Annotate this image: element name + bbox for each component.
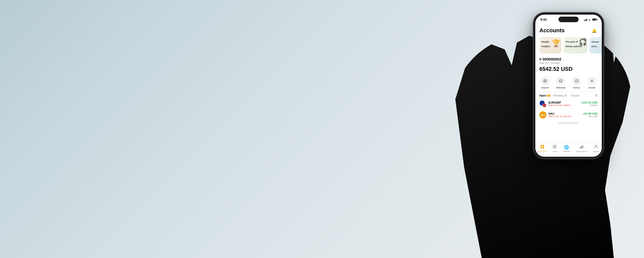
- trade-detail-xau: Sell 0.1 lot at 2043.447: [548, 115, 572, 118]
- trade-price-eurgbp: 0.85420: [589, 104, 598, 107]
- details-label: Details: [588, 86, 595, 89]
- trade-pnl-eurgbp: +241.42 USD: [581, 101, 598, 104]
- trade-right-xau: +20.48 USD 2041.399: [583, 112, 598, 118]
- trade-pair-eurgbp: EUR/GBP: [548, 101, 570, 104]
- trade-detail-eurgbp: Sell 0.5 lot at 0.85800: [548, 104, 570, 107]
- nav-accounts[interactable]: Accounts: [538, 144, 546, 153]
- account-balance: 6542.52 USD: [539, 66, 598, 72]
- page-title: Accounts: [539, 27, 565, 34]
- partner-perk-card[interactable]: The perk ofbeing a partner ✕ 🎧: [564, 37, 587, 53]
- svg-rect-16: [581, 146, 582, 148]
- svg-rect-10: [543, 145, 544, 146]
- app-header: Accounts 🔔: [535, 25, 602, 36]
- nav-profile[interactable]: Profile: [593, 144, 599, 153]
- deposit-button[interactable]: Deposit: [541, 76, 550, 89]
- tab-pending[interactable]: Pending 3: [553, 94, 568, 97]
- weekly-insights-card[interactable]: WeeklyInsights 🏆: [539, 37, 561, 53]
- phone-device: 9:41 ▲: [533, 13, 604, 159]
- trade-pnl-xau: +20.48 USD: [583, 112, 598, 115]
- trade-nav-icon: [552, 144, 557, 150]
- markets-nav-icon: 🌐: [564, 145, 569, 150]
- trophy-icon: 🏆: [552, 39, 560, 47]
- wifi-icon: ▲: [588, 18, 591, 21]
- app-content: Accounts 🔔 WeeklyInsights 🏆 The perk ofb…: [535, 23, 602, 157]
- svg-rect-9: [541, 145, 542, 146]
- account-tag-mt5: MT5: [545, 62, 550, 64]
- tab-closed-label: Closed: [570, 94, 579, 97]
- xau-icon: Au: [539, 111, 546, 118]
- profile-nav-label: Profile: [593, 150, 599, 153]
- tab-open[interactable]: Open 4: [539, 94, 550, 97]
- withdraw-label: Withdraw: [556, 86, 566, 89]
- performance-nav-icon: [579, 144, 584, 150]
- trade-left-xau: Au XAU Sell 0.1 lot at 2043.447: [539, 111, 572, 118]
- weekly-insights-label: WeeklyInsights: [541, 41, 550, 48]
- account-tags-row: Real MT5 Standard: [539, 62, 598, 64]
- notifications-button[interactable]: 🔔: [591, 27, 598, 34]
- status-time: 9:41: [540, 18, 547, 21]
- tab-open-badge: 4: [547, 94, 550, 97]
- trade-left-eurgbp: 🇪🇺 🇬🇧 EUR/GBP Sell 0.5 lot at 0.85800: [539, 100, 570, 107]
- account-number-row[interactable]: # 000000002 ⌄: [539, 57, 598, 61]
- battery-icon: [592, 18, 597, 21]
- history-label: History: [573, 86, 580, 89]
- status-icons: ▲: [584, 18, 597, 21]
- withdraw-button[interactable]: Withdraw: [556, 76, 566, 89]
- tab-pending-label: Pending: [553, 94, 564, 97]
- svg-rect-15: [580, 147, 581, 148]
- svg-rect-12: [543, 147, 544, 148]
- trade-nav-label: Trade: [552, 150, 557, 153]
- trade-info-xau: XAU Sell 0.1 lot at 2043.447: [548, 112, 572, 118]
- account-section: # 000000002 ⌄ Real MT5 Standard 6542.52 …: [535, 55, 602, 76]
- trades-tabs-row: Open 4 Pending 3 Closed ⇅: [535, 92, 602, 98]
- performance-nav-label: Performance: [576, 150, 587, 153]
- details-button[interactable]: Details: [587, 76, 596, 89]
- deposit-label: Deposit: [541, 86, 549, 89]
- history-button[interactable]: History: [572, 76, 581, 89]
- svg-rect-17: [582, 145, 583, 148]
- earbuds-icon: 🎧: [579, 38, 587, 46]
- gbp-flag: 🇬🇧: [542, 103, 546, 107]
- svg-point-14: [554, 146, 555, 147]
- nav-trade[interactable]: Trade: [552, 144, 557, 153]
- trade-right-eurgbp: +241.42 USD 0.85420: [581, 101, 598, 107]
- home-bar: [558, 123, 579, 123]
- table-row: 🇪🇺 🇬🇧 EUR/GBP Sell 0.5 lot at 0.85800 +2…: [535, 98, 602, 109]
- secure-account-card[interactable]: Secureacco...: [589, 37, 602, 53]
- sort-icon[interactable]: ⇅: [595, 94, 598, 97]
- bottom-navigation: Accounts Trade 🌐 Markets: [535, 142, 602, 157]
- phone-screen: 9:41 ▲: [535, 15, 602, 157]
- withdraw-icon: [556, 76, 565, 85]
- promo-cards-row: WeeklyInsights 🏆 The perk ofbeing a part…: [535, 36, 602, 55]
- trade-pair-xau: XAU: [548, 112, 572, 115]
- account-tag-real: Real: [539, 62, 544, 64]
- bell-icon: 🔔: [592, 28, 597, 33]
- deposit-icon: [541, 76, 550, 85]
- table-row: Au XAU Sell 0.1 lot at 2043.447 +20.48 U…: [535, 109, 602, 120]
- main-background: 9:41 ▲: [0, 0, 644, 258]
- history-icon: [572, 76, 581, 85]
- nav-performance[interactable]: Performance: [576, 144, 587, 153]
- home-indicator: [535, 120, 602, 125]
- trade-price-xau: 2041.399: [588, 115, 598, 118]
- account-number: # 000000002: [539, 57, 561, 61]
- profile-nav-icon: [594, 144, 598, 150]
- tab-closed[interactable]: Closed: [570, 94, 579, 97]
- markets-nav-label: Markets: [563, 150, 570, 152]
- svg-rect-11: [541, 147, 542, 148]
- secure-account-label: Secureacco...: [591, 41, 599, 48]
- account-selector-chevron: ⌄: [562, 58, 565, 60]
- trade-info-eurgbp: EUR/GBP Sell 0.5 lot at 0.85800: [548, 101, 570, 107]
- accounts-nav-icon: [540, 144, 545, 150]
- accounts-nav-label: Accounts: [538, 150, 546, 153]
- nav-markets[interactable]: 🌐 Markets: [563, 145, 570, 152]
- action-buttons-row: Deposit Withdraw: [535, 76, 602, 91]
- dynamic-island: [558, 17, 579, 22]
- tab-open-label: Open: [539, 94, 546, 97]
- tab-pending-badge: 3: [564, 94, 567, 97]
- eurgbp-flags: 🇪🇺 🇬🇧: [539, 100, 546, 107]
- account-tag-standard: Standard: [551, 62, 560, 64]
- details-icon: [587, 76, 596, 85]
- signal-icon: [584, 18, 587, 21]
